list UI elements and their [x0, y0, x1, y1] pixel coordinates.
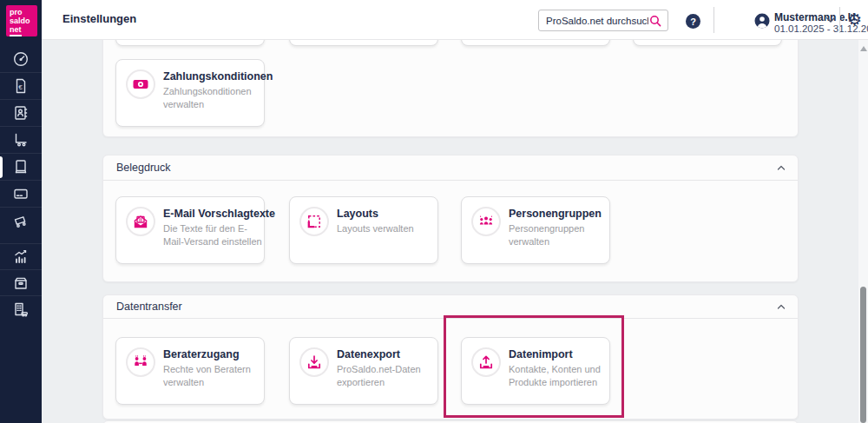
- search-input[interactable]: [546, 16, 648, 26]
- upload-tray-icon: [471, 347, 501, 377]
- sidebar-item-dashboard[interactable]: [0, 45, 42, 72]
- section-title: Datentransfer: [116, 301, 182, 313]
- card-stub[interactable]: [461, 40, 610, 46]
- card-title: Datenimport: [509, 348, 602, 360]
- card-title: Zahlungskonditionen: [163, 70, 273, 83]
- card-subtitle: Personengruppen verwalten: [509, 222, 602, 248]
- card-subtitle: Die Texte für den E-Mail-Versand einstel…: [163, 222, 262, 248]
- statistics-chart-icon: [12, 248, 30, 266]
- card-stub[interactable]: [289, 40, 438, 46]
- card-title: Beraterzugang: [163, 348, 257, 360]
- user-name: Mustermann e.U.: [774, 11, 858, 23]
- banknote-icon: [126, 69, 155, 99]
- logo-line: net: [10, 25, 22, 36]
- section-header: Belegdruck: [103, 155, 798, 181]
- advisor-access-icon: [126, 347, 155, 377]
- card-subtitle: Layouts verwalten: [337, 222, 414, 235]
- people-group-icon: [471, 207, 501, 236]
- credit-card-icon: [12, 185, 30, 202]
- sidebar: pro saldo net €: [0, 0, 42, 423]
- scrollbar-thumb[interactable]: [860, 287, 866, 423]
- main-content: Zahlungskonditionen Zahlungskonditionen …: [42, 40, 868, 423]
- logo-line: pro: [10, 8, 37, 17]
- card-datenimport[interactable]: Datenimport Kontakte, Konten und Produkt…: [461, 337, 610, 405]
- contacts-book-icon: [12, 104, 30, 122]
- ledger-book-icon: [12, 158, 30, 175]
- scrollbar[interactable]: [858, 40, 868, 423]
- card-subtitle: ProSaldo.net-Daten exportieren: [337, 363, 431, 389]
- card-subtitle: Zahlungskonditionen verwalten: [163, 85, 262, 111]
- sidebar-item-archive[interactable]: [0, 269, 42, 296]
- download-tray-icon: [299, 347, 329, 377]
- card-subtitle: Kontakte, Konten und Produkte importiere…: [509, 363, 602, 389]
- chevron-down-icon[interactable]: [824, 13, 838, 27]
- card-email-vorschlagtexte[interactable]: E-Mail Vorschlagtexte Die Texte für den …: [115, 196, 265, 264]
- layout-frame-icon: [299, 207, 329, 236]
- svg-text:€: €: [18, 83, 23, 90]
- sidebar-active-indicator: [0, 156, 3, 178]
- settings-gear-icon[interactable]: ⚙: [847, 10, 862, 30]
- search-icon[interactable]: [648, 14, 662, 28]
- email-letter-icon: [126, 207, 155, 236]
- card-stub[interactable]: [633, 40, 782, 46]
- logo-line: saldo: [10, 17, 37, 25]
- sidebar-item-ledger[interactable]: [0, 153, 42, 180]
- card-zahlungskonditionen[interactable]: Zahlungskonditionen Zahlungskonditionen …: [115, 59, 265, 127]
- prosaldo-logo[interactable]: pro saldo net: [6, 5, 37, 36]
- chevron-up-icon[interactable]: [777, 303, 786, 310]
- card-title: Layouts: [337, 208, 414, 220]
- card-datenexport[interactable]: Datenexport ProSaldo.net-Daten exportier…: [289, 337, 438, 405]
- card-title: Datenexport: [337, 348, 431, 360]
- invoice-euro-icon: €: [12, 77, 30, 95]
- user-avatar-icon: [753, 12, 771, 30]
- card-title: Personengruppen: [509, 208, 602, 220]
- section-header: Datentransfer: [103, 295, 798, 319]
- company-assets-icon: [12, 301, 30, 318]
- scroll-up-arrow[interactable]: [860, 46, 867, 51]
- card-beraterzugang[interactable]: Beraterzugang Rechte von Beratern verwal…: [115, 337, 265, 405]
- section-title: Belegdruck: [116, 162, 171, 174]
- top-header: Einstellungen ? Mustermann e.U. 01.01.20…: [42, 0, 868, 40]
- help-icon[interactable]: ?: [686, 14, 700, 29]
- sidebar-item-logistics[interactable]: [0, 207, 42, 234]
- delivery-trolley-icon: [12, 212, 30, 229]
- sidebar-item-payments[interactable]: [0, 180, 42, 207]
- user-menu[interactable]: Mustermann e.U. 01.01.2025 - 31.12.2025: [717, 4, 838, 36]
- hand-cart-icon: [12, 131, 30, 149]
- sidebar-item-invoices[interactable]: €: [0, 72, 42, 99]
- card-stub[interactable]: [115, 40, 265, 46]
- sidebar-item-statistics[interactable]: [0, 243, 42, 270]
- sidebar-item-cart[interactable]: [0, 126, 42, 153]
- header-divider: [713, 7, 714, 33]
- sidebar-item-assets[interactable]: [0, 295, 42, 322]
- dashboard-gauge-icon: [12, 50, 30, 68]
- header-divider: [839, 7, 840, 33]
- card-subtitle: Rechte von Beratern verwalten: [163, 363, 257, 389]
- search-box[interactable]: [538, 10, 668, 31]
- sidebar-item-contacts[interactable]: [0, 99, 42, 126]
- page-title: Einstellungen: [62, 12, 136, 25]
- card-layouts[interactable]: Layouts Layouts verwalten: [289, 196, 438, 264]
- card-title: E-Mail Vorschlagtexte: [163, 208, 275, 220]
- chevron-up-icon[interactable]: [777, 164, 786, 171]
- card-personengruppen[interactable]: Personengruppen Personengruppen verwalte…: [461, 196, 610, 264]
- archive-drawer-icon: [12, 274, 30, 292]
